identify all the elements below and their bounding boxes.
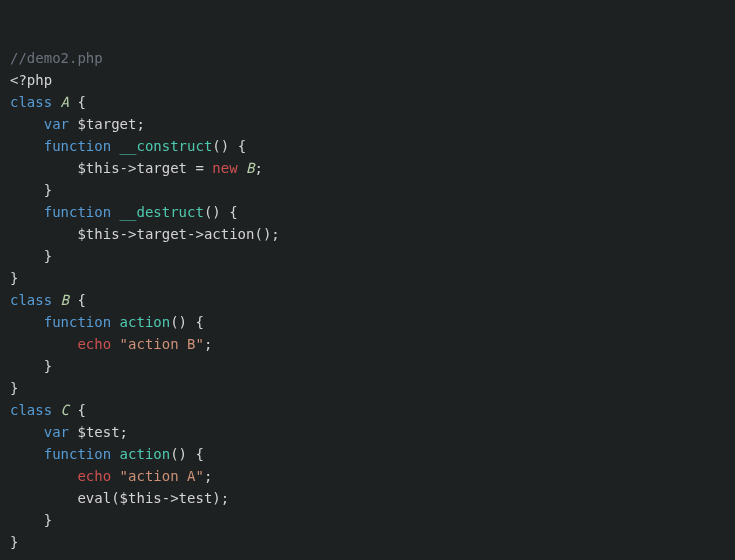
semi: ; bbox=[255, 160, 263, 176]
rparen: ) bbox=[179, 446, 187, 462]
comment-line: //demo2.php bbox=[10, 50, 103, 66]
semi: ; bbox=[204, 336, 212, 352]
php-open-tag: <?php bbox=[10, 72, 52, 88]
new-kw: new bbox=[212, 160, 237, 176]
this-var: $this bbox=[120, 490, 162, 506]
semi: ; bbox=[204, 468, 212, 484]
rbrace: } bbox=[44, 182, 52, 198]
function-kw: function bbox=[44, 204, 111, 220]
var-kw: var bbox=[44, 424, 69, 440]
lbrace: { bbox=[77, 402, 85, 418]
code-block: //demo2.php <?php class A { var $target;… bbox=[10, 50, 280, 560]
rbrace: } bbox=[10, 380, 18, 396]
function-kw: function bbox=[44, 446, 111, 462]
test-prop: test bbox=[179, 490, 213, 506]
semi: ; bbox=[120, 424, 128, 440]
semi: ; bbox=[136, 116, 144, 132]
construct-fn: __construct bbox=[120, 138, 213, 154]
destruct-fn: __destruct bbox=[120, 204, 204, 220]
eq-op: = bbox=[195, 160, 203, 176]
lparen: ( bbox=[170, 446, 178, 462]
lbrace: { bbox=[238, 138, 246, 154]
action-fn: action bbox=[120, 446, 171, 462]
this-var: $this bbox=[77, 226, 119, 242]
class-b-ref: B bbox=[246, 160, 254, 176]
class-kw: class bbox=[10, 94, 52, 110]
lparen: ( bbox=[111, 490, 119, 506]
eval-call: eval bbox=[77, 490, 111, 506]
class-c: C bbox=[61, 402, 69, 418]
lbrace: { bbox=[195, 314, 203, 330]
str-action-a: "action A" bbox=[120, 468, 204, 484]
rparen: ) bbox=[212, 204, 220, 220]
lbrace: { bbox=[77, 94, 85, 110]
semi: ; bbox=[221, 490, 229, 506]
rparen: ) bbox=[221, 138, 229, 154]
var-kw: var bbox=[44, 116, 69, 132]
var-test: $test bbox=[77, 424, 119, 440]
lparen: ( bbox=[212, 138, 220, 154]
lparen: ( bbox=[254, 226, 262, 242]
rparen: ) bbox=[212, 490, 220, 506]
var-target: $target bbox=[77, 116, 136, 132]
function-kw: function bbox=[44, 138, 111, 154]
this-var: $this bbox=[77, 160, 119, 176]
lbrace: { bbox=[229, 204, 237, 220]
arrow-op: -> bbox=[120, 160, 137, 176]
function-kw: function bbox=[44, 314, 111, 330]
class-b: B bbox=[61, 292, 69, 308]
rbrace: } bbox=[44, 248, 52, 264]
rparen: ) bbox=[179, 314, 187, 330]
lparen: ( bbox=[170, 314, 178, 330]
rbrace: } bbox=[10, 534, 18, 550]
arrow-op: -> bbox=[162, 490, 179, 506]
rbrace: } bbox=[10, 270, 18, 286]
arrow-op: -> bbox=[120, 226, 137, 242]
rbrace: } bbox=[44, 358, 52, 374]
target-prop: target bbox=[136, 226, 187, 242]
lbrace: { bbox=[77, 292, 85, 308]
rbrace: } bbox=[44, 512, 52, 528]
action-fn: action bbox=[120, 314, 171, 330]
str-action-b: "action B" bbox=[120, 336, 204, 352]
action-call: action bbox=[204, 226, 255, 242]
class-kw: class bbox=[10, 292, 52, 308]
class-kw: class bbox=[10, 402, 52, 418]
target-prop: target bbox=[136, 160, 187, 176]
echo-kw: echo bbox=[77, 336, 111, 352]
class-a: A bbox=[61, 94, 69, 110]
arrow-op: -> bbox=[187, 226, 204, 242]
lbrace: { bbox=[195, 446, 203, 462]
echo-kw: echo bbox=[77, 468, 111, 484]
semi: ; bbox=[271, 226, 279, 242]
